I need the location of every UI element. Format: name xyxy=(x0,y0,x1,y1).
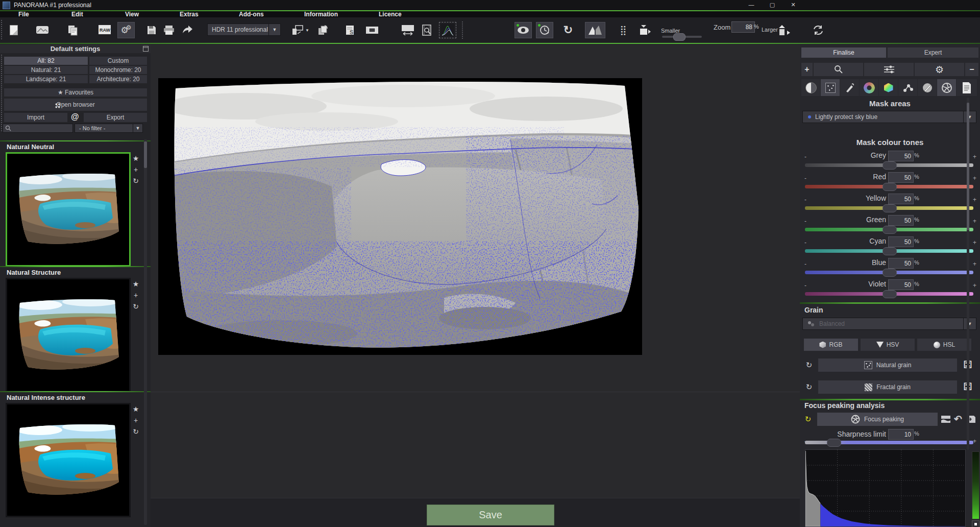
histogram-option-box[interactable] xyxy=(972,520,979,527)
sharpness-value-input[interactable] xyxy=(888,429,914,440)
realtime-preview-clock-icon[interactable] xyxy=(536,22,553,38)
menu-licence[interactable]: Licence xyxy=(379,11,402,18)
preset-filter-dropdown[interactable]: - No filter - ▼ xyxy=(75,124,143,133)
slider-handle[interactable] xyxy=(883,269,897,277)
maximize-button[interactable]: ▢ xyxy=(764,0,781,10)
search-tools-button[interactable] xyxy=(814,63,863,76)
compare-layers-icon[interactable] xyxy=(940,413,952,425)
panorama-preview-image[interactable] xyxy=(158,78,642,355)
hsv-mode-button[interactable]: HSV xyxy=(861,339,915,351)
pin-panel-icon[interactable] xyxy=(143,46,149,52)
grain-area-tool-icon[interactable] xyxy=(821,79,840,96)
panel-drag-handle[interactable] xyxy=(1,55,3,131)
before-after-icon[interactable] xyxy=(585,22,605,38)
preset-list-scrollbar[interactable] xyxy=(144,139,147,525)
minimize-button[interactable]: — xyxy=(743,0,760,10)
node-graph-icon[interactable] xyxy=(898,79,917,96)
add-variant-icon[interactable]: + xyxy=(131,165,140,177)
filter-landscape-button[interactable]: Landscape: 21 xyxy=(4,75,88,83)
palette-brush-icon[interactable] xyxy=(918,79,937,96)
toolbar-drag-handle[interactable] xyxy=(1,20,3,39)
adjustments-button[interactable] xyxy=(864,63,914,76)
rotate-view-icon[interactable] xyxy=(810,22,827,38)
tab-finalise[interactable]: Finalise xyxy=(801,47,886,58)
save-icon[interactable] xyxy=(143,22,160,38)
slider-handle[interactable] xyxy=(883,247,897,255)
report-document-icon[interactable] xyxy=(957,79,977,96)
contrast-tool-icon[interactable] xyxy=(801,79,820,96)
natural-grain-button[interactable]: Natural grain xyxy=(818,358,957,372)
reset-fractal-grain-icon[interactable]: ↻ xyxy=(803,381,815,393)
add-variant-icon[interactable]: + xyxy=(131,291,140,302)
preview-magnifier-icon[interactable] xyxy=(419,22,436,38)
slider-handle[interactable] xyxy=(827,439,841,447)
preview-eye-icon[interactable] xyxy=(514,22,532,38)
red-slider[interactable] xyxy=(805,185,973,188)
refresh-preset-icon[interactable]: ↻ xyxy=(131,427,140,439)
close-button[interactable]: ✕ xyxy=(785,0,802,10)
add-variant-icon[interactable]: + xyxy=(131,416,140,427)
project-preset-dropdown[interactable]: HDR 11 professional ▼ xyxy=(207,23,281,36)
scrollbar-thumb[interactable] xyxy=(967,103,969,230)
image-script-icon[interactable]: S xyxy=(342,22,359,38)
violet-slider[interactable] xyxy=(805,292,973,296)
slider-handle[interactable] xyxy=(883,161,897,170)
filter-all-button[interactable]: All: 82 xyxy=(4,57,88,65)
menu-addons[interactable]: Add-ons xyxy=(239,11,264,18)
filter-natural-button[interactable]: Natural: 21 xyxy=(4,66,88,74)
split-view-dots-icon[interactable]: ⣿ xyxy=(615,22,632,38)
retouch-pen-icon[interactable] xyxy=(840,79,859,96)
blue-value-input[interactable] xyxy=(888,258,914,269)
slider-handle[interactable] xyxy=(883,290,897,298)
refresh-preset-icon[interactable]: ↻ xyxy=(131,302,140,314)
scrollbar-thumb[interactable] xyxy=(144,141,147,168)
cyan-slider[interactable] xyxy=(805,249,973,253)
preset-thumbnail-natural-intense-structure[interactable] xyxy=(6,403,131,517)
menu-information[interactable]: Information xyxy=(304,11,338,18)
slider-handle[interactable] xyxy=(883,226,897,234)
thumbnail-size-slider[interactable] xyxy=(662,36,702,38)
colour-cube-icon[interactable] xyxy=(879,79,898,96)
favourite-star-icon[interactable]: ★ xyxy=(131,154,140,165)
remove-filter-button[interactable]: − xyxy=(965,63,978,76)
slider-handle[interactable] xyxy=(883,204,897,212)
menu-edit[interactable]: Edit xyxy=(71,11,83,18)
yellow-value-input[interactable] xyxy=(888,194,914,204)
reset-natural-grain-icon[interactable]: ↻ xyxy=(803,359,815,371)
slider-handle[interactable] xyxy=(883,183,897,191)
raw-development-icon[interactable]: RAW xyxy=(96,22,113,38)
mask-area-dropdown[interactable]: Lightly protect sky blue ▼ xyxy=(802,111,976,123)
favourite-star-icon[interactable]: ★ xyxy=(131,280,140,291)
menu-extras[interactable]: Extras xyxy=(180,11,199,18)
favourite-star-icon[interactable]: ★ xyxy=(131,405,140,416)
green-slider[interactable] xyxy=(805,228,973,231)
blue-slider[interactable] xyxy=(805,271,973,274)
preset-search-input[interactable] xyxy=(3,124,73,133)
grey-value-input[interactable] xyxy=(888,151,914,161)
panel-scrollbar[interactable] xyxy=(967,98,969,450)
open-browser-button[interactable]: Open browser xyxy=(4,99,147,111)
histogram-icon[interactable] xyxy=(439,22,456,38)
filter-architecture-button[interactable]: Architecture: 20 xyxy=(89,75,147,83)
cyan-value-input[interactable] xyxy=(888,236,914,247)
menu-view[interactable]: View xyxy=(125,11,139,18)
export-button[interactable]: Export xyxy=(84,113,147,122)
filter-custom-button[interactable]: Custom xyxy=(89,57,147,65)
add-filter-button[interactable]: + xyxy=(801,63,813,76)
image-width-icon[interactable] xyxy=(399,22,416,38)
violet-value-input[interactable] xyxy=(888,279,914,290)
favourites-button[interactable]: ★ Favourites xyxy=(4,88,147,97)
zoom-input[interactable] xyxy=(731,21,755,33)
settings-gears-icon[interactable]: ⚙⚙ xyxy=(117,22,135,38)
grey-slider[interactable] xyxy=(805,163,973,167)
fractal-grain-button[interactable]: Fractal grain xyxy=(818,380,957,394)
focus-peaking-button[interactable]: Focus peaking xyxy=(817,413,938,426)
fit-view-icon[interactable] xyxy=(636,22,653,38)
yellow-slider[interactable] xyxy=(805,206,973,210)
preset-thumbnail-natural-structure[interactable] xyxy=(6,278,131,392)
preset-thumbnail-natural-neutral[interactable] xyxy=(6,152,131,267)
open-panorama-icon[interactable] xyxy=(34,22,51,38)
red-value-input[interactable] xyxy=(888,172,914,183)
sharpness-limit-slider[interactable] xyxy=(805,441,973,444)
save-button[interactable]: Save xyxy=(427,505,554,525)
